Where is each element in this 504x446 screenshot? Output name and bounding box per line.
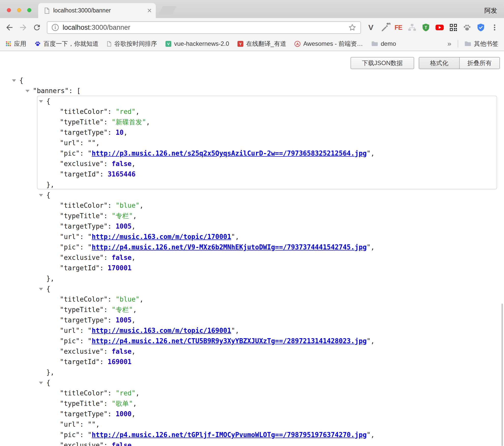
json-line: "exclusive": false,	[0, 346, 504, 357]
reload-button[interactable]	[30, 21, 44, 34]
json-text: "	[88, 150, 92, 157]
extension-qrcode-icon[interactable]	[446, 21, 460, 34]
json-text: "exclusive":	[60, 160, 112, 168]
json-text: "targetType":	[60, 316, 116, 324]
json-text: ",	[367, 243, 374, 251]
json-text: 1005	[116, 222, 132, 230]
json-block: {"banners": [	[0, 75, 504, 96]
json-line: "typeTitle": "新碟首发",	[0, 117, 504, 127]
collapse-toggle-icon[interactable]	[39, 288, 43, 290]
extension-sitemap-icon[interactable]	[405, 21, 419, 34]
chrome-menu-icon[interactable]	[488, 21, 501, 34]
json-link[interactable]: http://p4.music.126.net/CTU5B9R9y3XyYBZX…	[92, 337, 367, 345]
bookmark-label: 应用	[14, 40, 26, 48]
bookmarks-overflow-chevron[interactable]: »	[447, 40, 451, 48]
bookmark-star-icon[interactable]	[348, 23, 356, 32]
extension-dictionary-icon[interactable]: en	[378, 21, 391, 34]
address-bar[interactable]: localhost:3000/banner	[47, 21, 361, 34]
extension-fehelper-icon[interactable]: FE	[391, 21, 405, 34]
json-text: "pic":	[60, 431, 88, 439]
svg-text:T: T	[425, 25, 427, 30]
json-text: 170001	[108, 264, 132, 272]
active-tab[interactable]: localhost:3000/banner ×	[38, 3, 156, 18]
json-text: "url":	[60, 139, 88, 147]
window-minimize-button[interactable]	[17, 8, 21, 12]
extension-shield-t-icon[interactable]: T	[419, 21, 433, 34]
json-text: "blue"	[116, 202, 139, 209]
json-text: ,	[135, 108, 139, 115]
json-text: false	[112, 254, 132, 261]
json-text: ,	[132, 410, 136, 418]
bookmark-folder-demo[interactable]: demo	[371, 40, 396, 47]
extension-vimium-icon[interactable]: V	[364, 21, 378, 34]
json-line: "url": "",	[0, 419, 504, 430]
json-text: ,	[133, 212, 137, 220]
bookmark-google-sort[interactable]: 谷歌按时间排序	[107, 40, 157, 48]
bookmark-apps[interactable]: 应用	[6, 40, 26, 48]
json-line: {	[0, 96, 504, 107]
json-link[interactable]: http://music.163.com/m/topic/169001	[92, 327, 231, 334]
toolbar: localhost:3000/banner V en FE T	[0, 18, 504, 37]
collapse-toggle-icon[interactable]	[12, 79, 16, 82]
json-text: {	[46, 97, 50, 105]
json-line: "pic": "http://p4.music.126.net/V9-MXz6b…	[0, 242, 504, 252]
json-text: "	[88, 233, 92, 241]
json-link[interactable]: http://p3.music.126.net/s25q2x5QyqsAzilC…	[92, 150, 367, 157]
json-text: "exclusive":	[60, 441, 112, 446]
collapse-toggle-icon[interactable]	[39, 382, 43, 384]
scrollbar-thumb[interactable]	[501, 304, 503, 446]
json-text: "typeTitle":	[60, 306, 112, 314]
json-text: "titleColor":	[60, 202, 116, 209]
page-document-icon	[44, 7, 50, 14]
json-text: },	[46, 181, 54, 188]
json-line: "targetId": 170001	[0, 263, 504, 273]
json-text: ,	[132, 254, 136, 261]
window-zoom-button[interactable]	[27, 8, 31, 12]
json-line: "targetType": 1005,	[0, 315, 504, 325]
reload-icon	[33, 23, 41, 32]
json-text: false	[112, 348, 132, 355]
format-button[interactable]: 格式化	[419, 57, 459, 69]
json-text: "url":	[60, 327, 88, 334]
json-text: "targetType":	[60, 129, 116, 136]
profile-name[interactable]: 阿发	[484, 6, 497, 15]
json-text: false	[112, 160, 132, 168]
collapse-toggle-icon[interactable]	[39, 100, 43, 103]
baidu-paw-icon	[35, 41, 41, 47]
json-link[interactable]: http://p4.music.126.net/tGPljf-IMOCyPvum…	[92, 431, 367, 439]
tab-close-icon[interactable]: ×	[147, 7, 152, 14]
json-text: "targetId":	[60, 170, 108, 178]
json-line: "titleColor": "blue",	[0, 294, 504, 305]
json-text: "	[88, 431, 92, 439]
url-host: localhost	[63, 24, 90, 31]
json-text: ,	[123, 129, 128, 136]
apps-grid-icon	[6, 41, 11, 47]
extension-youtube-icon[interactable]	[433, 21, 446, 34]
new-tab-button[interactable]	[158, 6, 177, 16]
extension-paw-icon[interactable]	[460, 21, 474, 34]
collapse-toggle-icon[interactable]	[39, 194, 43, 197]
forward-button[interactable]	[16, 21, 30, 34]
bookmark-youdao[interactable]: Y 在线翻译_有道	[237, 40, 286, 48]
back-button[interactable]	[3, 21, 16, 34]
download-json-button[interactable]: 下载JSON数据	[351, 57, 414, 69]
json-line: "banners": [	[0, 86, 504, 96]
bookmark-awesomes[interactable]: A Awesomes - 前端资…	[295, 40, 363, 48]
bookmark-other-folder[interactable]: 其他书签	[465, 40, 498, 48]
json-text: 10	[116, 129, 123, 136]
bookmark-label: 百度一下，你就知道	[44, 40, 99, 48]
page-info-icon[interactable]	[51, 24, 59, 31]
json-text: "blue"	[116, 295, 139, 303]
bookmark-vue-hackernews[interactable]: V vue-hackernews-2.0	[165, 40, 229, 47]
collapse-all-button[interactable]: 折叠所有	[459, 57, 500, 69]
document-icon	[107, 41, 111, 47]
json-line: },	[0, 367, 504, 378]
json-link[interactable]: http://p4.music.126.net/V9-MXz6b2MNhEKju…	[92, 243, 367, 251]
window-close-button[interactable]	[7, 8, 11, 12]
json-link[interactable]: http://music.163.com/m/topic/170001	[92, 233, 231, 241]
extension-shield-check-icon[interactable]	[474, 21, 488, 34]
collapse-toggle-icon[interactable]	[25, 90, 30, 92]
json-text: "typeTitle":	[60, 212, 112, 220]
bookmark-baidu[interactable]: 百度一下，你就知道	[35, 40, 99, 48]
awesomes-icon: A	[295, 41, 300, 47]
